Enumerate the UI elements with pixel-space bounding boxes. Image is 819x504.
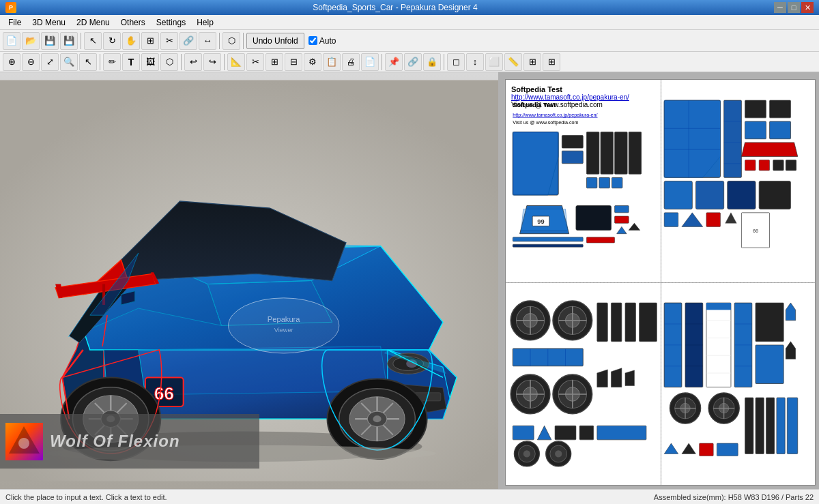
minimize-button[interactable]: ─ xyxy=(774,2,786,13)
svg-rect-70 xyxy=(745,160,755,171)
tb2-zoom-out[interactable]: ⊖ xyxy=(22,53,40,71)
svg-rect-119 xyxy=(597,426,646,440)
app-icon: P xyxy=(5,2,16,13)
title-bar-controls: ─ □ ✕ xyxy=(774,2,814,13)
svg-rect-48 xyxy=(615,206,629,213)
tb2-redo[interactable]: ↪ xyxy=(203,53,221,71)
paper-view[interactable]: Softpedia Test http://www.tamasoft.co.jp… xyxy=(505,79,816,486)
menu-help[interactable]: Help xyxy=(191,15,219,29)
tb2-flipv[interactable]: ↕ xyxy=(466,53,484,71)
svg-marker-51 xyxy=(629,223,640,230)
auto-label: Auto xyxy=(319,36,336,46)
svg-rect-43 xyxy=(599,177,609,188)
paper-content: Softpedia Test http://www.tamasoft.co.jp… xyxy=(506,80,815,485)
svg-rect-47 xyxy=(576,206,611,231)
sep2 xyxy=(219,33,220,49)
auto-checkbox[interactable] xyxy=(308,36,317,45)
svg-text:66: 66 xyxy=(154,383,174,404)
menu-others[interactable]: Others xyxy=(115,15,151,29)
3d-toggle[interactable]: ⬡ xyxy=(222,32,240,50)
tb2-zoom-fit[interactable]: ⤢ xyxy=(41,53,59,71)
svg-text:http://www.tamasoft.co.jp/pepa: http://www.tamasoft.co.jp/pepakura-en/ xyxy=(513,112,597,118)
svg-marker-163 xyxy=(664,443,678,454)
main-area: 66 Pepakura Viewer xyxy=(0,72,819,489)
svg-point-33 xyxy=(18,438,29,449)
svg-rect-165 xyxy=(699,443,713,456)
svg-rect-42 xyxy=(586,177,597,188)
tb2-extra1[interactable]: ⊞ xyxy=(523,53,541,71)
menu-settings[interactable]: Settings xyxy=(151,15,191,29)
svg-rect-71 xyxy=(759,160,769,171)
3d-view[interactable]: 66 Pepakura Viewer xyxy=(0,72,498,489)
svg-rect-36 xyxy=(562,136,583,149)
open-button[interactable]: 📂 xyxy=(22,32,40,50)
tb2-pin[interactable]: 📌 xyxy=(385,53,403,71)
new-button[interactable]: 📄 xyxy=(3,32,20,50)
toolbar2: ⊕ ⊖ ⤢ 🔍 ↖ ✏ T 🖼 ⬡ ↩ ↪ 📐 ✂ ⊞ ⊟ ⚙ 📋 🖨 📄 📌 … xyxy=(0,52,819,72)
tb2-edit[interactable]: ✏ xyxy=(103,53,121,71)
right-panel: Softpedia Test http://www.tamasoft.co.jp… xyxy=(498,72,819,489)
menu-file[interactable]: File xyxy=(3,15,27,29)
svg-point-122 xyxy=(523,450,530,457)
saveas-button[interactable]: 💾 xyxy=(60,32,78,50)
tb2-minus[interactable]: ⊟ xyxy=(285,53,302,71)
tb2-text[interactable]: T xyxy=(122,53,140,71)
tb2-settings[interactable]: ⚙ xyxy=(304,53,321,71)
svg-marker-147 xyxy=(786,342,795,359)
undo-unfold-button[interactable]: Undo Unfold xyxy=(246,33,304,49)
svg-marker-146 xyxy=(786,303,795,321)
tb2-link[interactable]: 🔗 xyxy=(404,53,422,71)
save-button[interactable]: 💾 xyxy=(41,32,59,50)
tb2-frame2[interactable]: ⬜ xyxy=(485,53,503,71)
svg-marker-164 xyxy=(681,443,695,454)
svg-rect-67 xyxy=(769,100,790,118)
svg-rect-118 xyxy=(579,426,594,440)
tb2-lock[interactable]: 🔒 xyxy=(423,53,441,71)
maximize-button[interactable]: □ xyxy=(788,2,800,13)
svg-rect-117 xyxy=(555,426,576,440)
svg-marker-113 xyxy=(611,368,621,387)
status-bar: Click the place to input a text. Click a… xyxy=(0,489,819,504)
tb2-zoom-in[interactable]: ⊕ xyxy=(3,53,20,71)
tb2-grid[interactable]: ⊞ xyxy=(265,53,283,71)
tb2-frame1[interactable]: ◻ xyxy=(447,53,465,71)
rotate-button[interactable]: ↻ xyxy=(103,32,121,50)
tb2-shape[interactable]: ⬡ xyxy=(160,53,178,71)
tb2-cut2[interactable]: ✂ xyxy=(246,53,264,71)
sep7 xyxy=(382,54,382,70)
tb2-arrow[interactable]: ↖ xyxy=(79,53,97,71)
cut-button[interactable]: ✂ xyxy=(160,32,178,50)
parts-top-left: 99 Softpedia Test http://w xyxy=(506,80,661,282)
select-button[interactable]: ↖ xyxy=(84,32,102,50)
title-bar: P Softpedia_Sports_Car - Pepakura Design… xyxy=(0,0,819,15)
tb2-zoom-select[interactable]: 🔍 xyxy=(60,53,78,71)
tb2-image[interactable]: 🖼 xyxy=(141,53,159,71)
tb2-undo[interactable]: ↩ xyxy=(184,53,202,71)
menu-2d[interactable]: 2D Menu xyxy=(71,15,115,29)
tb2-extra2[interactable]: ⊞ xyxy=(543,53,560,71)
scale-button[interactable]: ⊞ xyxy=(141,32,159,50)
tb2-doc[interactable]: 📄 xyxy=(361,53,379,71)
svg-rect-49 xyxy=(615,216,629,223)
menu-3d[interactable]: 3D Menu xyxy=(27,15,71,29)
parts-top-right: 66 xyxy=(661,80,816,282)
svg-rect-68 xyxy=(745,121,766,139)
svg-rect-160 xyxy=(766,398,774,454)
sep1 xyxy=(81,33,81,49)
tb2-print[interactable]: 🖨 xyxy=(342,53,360,71)
svg-rect-162 xyxy=(787,398,797,454)
move-button[interactable]: ✋ xyxy=(122,32,140,50)
flip-button[interactable]: ↔ xyxy=(199,32,216,50)
svg-marker-79 xyxy=(681,213,702,227)
svg-rect-161 xyxy=(776,398,784,454)
svg-text:Softpedia Test: Softpedia Test xyxy=(513,102,556,108)
tb2-ruler[interactable]: 📐 xyxy=(227,53,245,71)
svg-rect-38 xyxy=(586,132,599,174)
join-button[interactable]: 🔗 xyxy=(179,32,197,50)
tb2-clipboard[interactable]: 📋 xyxy=(323,53,341,71)
close-button[interactable]: ✕ xyxy=(801,2,814,13)
svg-text:66: 66 xyxy=(752,228,758,234)
sep3 xyxy=(243,33,244,49)
svg-marker-116 xyxy=(537,426,551,440)
tb2-measure[interactable]: 📏 xyxy=(504,53,522,71)
